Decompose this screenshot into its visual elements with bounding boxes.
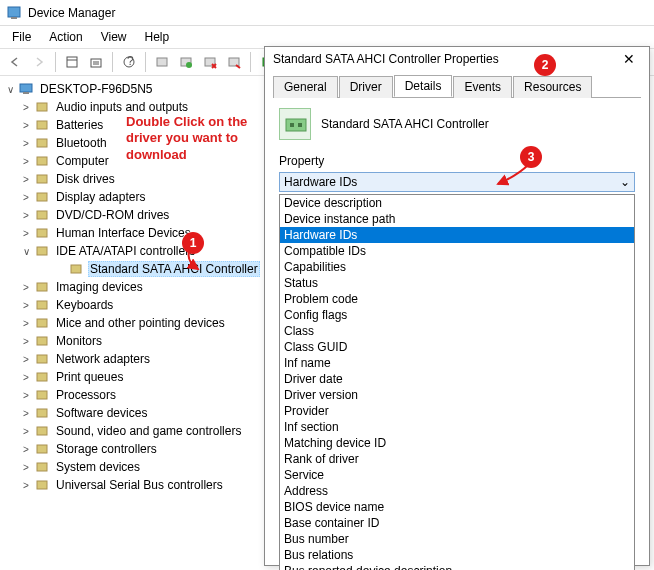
back-button[interactable] — [4, 51, 26, 73]
dialog-tabs: GeneralDriverDetailsEventsResources — [273, 75, 641, 98]
expand-icon[interactable]: > — [20, 102, 32, 113]
dialog-title: Standard SATA AHCI Controller Properties — [273, 52, 499, 66]
expand-icon[interactable]: ∨ — [20, 246, 32, 257]
property-dropdown[interactable]: Hardware IDs ⌄ — [279, 172, 635, 192]
menu-help[interactable]: Help — [137, 28, 178, 46]
dropdown-option[interactable]: Base container ID — [280, 515, 634, 531]
tab-events[interactable]: Events — [453, 76, 512, 98]
uninstall-button[interactable] — [199, 51, 221, 73]
expand-icon[interactable]: > — [20, 300, 32, 311]
dropdown-option[interactable]: Device description — [280, 195, 634, 211]
dropdown-option[interactable]: Hardware IDs — [280, 227, 634, 243]
scan-button[interactable] — [151, 51, 173, 73]
properties-button[interactable] — [85, 51, 107, 73]
device-header: Standard SATA AHCI Controller — [279, 108, 635, 140]
svg-rect-28 — [71, 265, 81, 273]
svg-rect-1 — [11, 17, 17, 19]
close-button[interactable]: ✕ — [617, 47, 641, 71]
expand-icon[interactable]: > — [20, 354, 32, 365]
device-category-icon — [34, 117, 50, 133]
properties-dialog: Standard SATA AHCI Controller Properties… — [264, 46, 650, 566]
svg-rect-40 — [37, 481, 47, 489]
dropdown-option[interactable]: Class — [280, 323, 634, 339]
device-category-icon — [34, 207, 50, 223]
expand-icon[interactable]: > — [20, 444, 32, 455]
dropdown-option[interactable]: Bus relations — [280, 547, 634, 563]
dropdown-option[interactable]: Device instance path — [280, 211, 634, 227]
dropdown-option[interactable]: Rank of driver — [280, 451, 634, 467]
svg-rect-4 — [91, 59, 101, 67]
menu-action[interactable]: Action — [41, 28, 90, 46]
dropdown-option[interactable]: Inf section — [280, 419, 634, 435]
dropdown-option[interactable]: Status — [280, 275, 634, 291]
dropdown-option[interactable]: Inf name — [280, 355, 634, 371]
forward-button[interactable] — [28, 51, 50, 73]
disable-button[interactable] — [223, 51, 245, 73]
device-name: Standard SATA AHCI Controller — [321, 117, 489, 131]
dropdown-option[interactable]: Class GUID — [280, 339, 634, 355]
expand-icon[interactable]: > — [20, 408, 32, 419]
device-category-icon — [34, 153, 50, 169]
dropdown-option[interactable]: Problem code — [280, 291, 634, 307]
expand-icon[interactable]: > — [20, 156, 32, 167]
dropdown-option[interactable]: Bus reported device description — [280, 563, 634, 570]
dropdown-option[interactable]: Matching device ID — [280, 435, 634, 451]
expand-icon[interactable]: > — [20, 138, 32, 149]
device-category-icon — [34, 171, 50, 187]
property-dropdown-list[interactable]: Device descriptionDevice instance pathHa… — [279, 194, 635, 570]
dropdown-option[interactable]: Address — [280, 483, 634, 499]
dropdown-option[interactable]: Service — [280, 467, 634, 483]
svg-rect-29 — [37, 283, 47, 291]
menu-view[interactable]: View — [93, 28, 135, 46]
svg-rect-33 — [37, 355, 47, 363]
expand-icon[interactable]: > — [20, 174, 32, 185]
tab-general[interactable]: General — [273, 76, 338, 98]
expand-icon[interactable]: > — [20, 318, 32, 329]
dropdown-option[interactable]: BIOS device name — [280, 499, 634, 515]
svg-point-11 — [186, 62, 192, 68]
expand-icon[interactable]: > — [20, 426, 32, 437]
device-category-icon — [34, 333, 50, 349]
device-category-icon — [34, 369, 50, 385]
dropdown-option[interactable]: Provider — [280, 403, 634, 419]
dialog-titlebar: Standard SATA AHCI Controller Properties… — [265, 47, 649, 71]
expand-icon[interactable]: > — [20, 480, 32, 491]
expand-icon[interactable]: > — [20, 228, 32, 239]
device-category-icon — [34, 225, 50, 241]
dropdown-option[interactable]: Capabilities — [280, 259, 634, 275]
collapse-icon[interactable]: ∨ — [4, 84, 16, 95]
svg-rect-43 — [298, 123, 302, 127]
device-category-icon — [34, 189, 50, 205]
device-category-icon — [34, 459, 50, 475]
dropdown-option[interactable]: Compatible IDs — [280, 243, 634, 259]
dropdown-option[interactable]: Config flags — [280, 307, 634, 323]
expand-icon[interactable]: > — [20, 210, 32, 221]
svg-rect-20 — [37, 121, 47, 129]
expand-icon[interactable]: > — [20, 336, 32, 347]
dropdown-option[interactable]: Driver version — [280, 387, 634, 403]
menu-file[interactable]: File — [4, 28, 39, 46]
svg-rect-17 — [20, 84, 32, 92]
svg-rect-27 — [37, 247, 47, 255]
svg-rect-25 — [37, 211, 47, 219]
tab-resources[interactable]: Resources — [513, 76, 592, 98]
expand-icon[interactable]: > — [20, 282, 32, 293]
expand-icon[interactable]: > — [20, 120, 32, 131]
expand-icon[interactable]: > — [20, 192, 32, 203]
show-hide-button[interactable] — [61, 51, 83, 73]
expand-icon[interactable]: > — [20, 390, 32, 401]
dropdown-option[interactable]: Bus number — [280, 531, 634, 547]
expand-icon[interactable]: > — [20, 462, 32, 473]
device-category-icon — [68, 261, 84, 277]
svg-rect-31 — [37, 319, 47, 327]
tab-details[interactable]: Details — [394, 75, 453, 97]
update-driver-button[interactable] — [175, 51, 197, 73]
chevron-down-icon: ⌄ — [620, 175, 630, 189]
svg-rect-26 — [37, 229, 47, 237]
expand-icon[interactable]: > — [20, 372, 32, 383]
device-category-icon — [34, 477, 50, 493]
device-category-icon — [34, 243, 50, 259]
tab-driver[interactable]: Driver — [339, 76, 393, 98]
dropdown-option[interactable]: Driver date — [280, 371, 634, 387]
help-button[interactable]: ? — [118, 51, 140, 73]
